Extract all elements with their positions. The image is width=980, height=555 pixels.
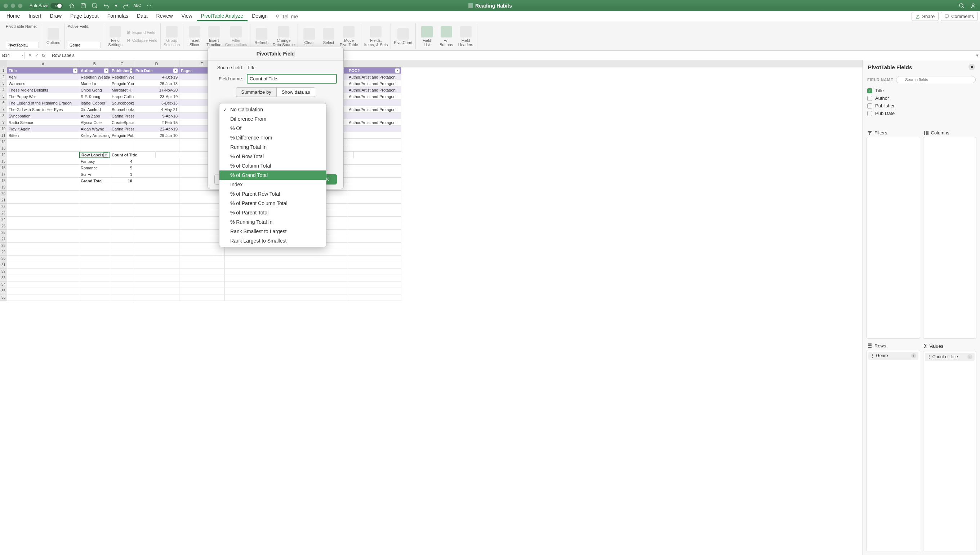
cell[interactable]: [110, 288, 134, 294]
cell[interactable]: [79, 197, 110, 204]
field-checkbox-publisher[interactable]: Publisher: [867, 102, 976, 109]
dropdown-item[interactable]: % Running Total In: [219, 217, 326, 227]
row-header[interactable]: 28: [0, 242, 7, 249]
active-field-input[interactable]: [68, 42, 101, 48]
values-area[interactable]: ΣValues ⋮ Count of Titlei: [923, 342, 977, 552]
row-header[interactable]: 3: [0, 80, 7, 87]
cell[interactable]: [110, 242, 134, 249]
cell[interactable]: Grand Total: [79, 178, 110, 184]
row-header[interactable]: 35: [0, 288, 7, 294]
cell[interactable]: 29-Jun-10: [134, 132, 179, 139]
cell[interactable]: [347, 171, 401, 178]
cell[interactable]: [347, 158, 401, 165]
row-header[interactable]: 25: [0, 223, 7, 229]
field-headers-button[interactable]: Field Headers: [458, 26, 474, 47]
cell[interactable]: [7, 288, 79, 294]
fx-icon[interactable]: fx: [42, 53, 45, 58]
field-name-input[interactable]: [247, 74, 337, 83]
checkbox-icon[interactable]: [867, 111, 872, 116]
cell[interactable]: [347, 268, 401, 275]
cell[interactable]: [134, 249, 179, 255]
cell[interactable]: [7, 139, 79, 145]
cell[interactable]: [347, 178, 401, 184]
columns-area[interactable]: Columns: [923, 129, 977, 339]
row-header[interactable]: 2: [0, 74, 7, 80]
cell[interactable]: [347, 145, 401, 152]
cell[interactable]: [79, 217, 110, 223]
cell[interactable]: 9-Apr-18: [134, 113, 179, 119]
field-checkbox-pub-date[interactable]: Pub Date: [867, 109, 976, 117]
cell[interactable]: [7, 210, 79, 217]
cell[interactable]: 4-Oct-19: [134, 74, 179, 80]
cell[interactable]: [347, 255, 401, 262]
cell[interactable]: Anna Zabo: [79, 113, 110, 119]
cell[interactable]: [7, 197, 79, 204]
row-header[interactable]: 33: [0, 275, 7, 281]
cell[interactable]: [7, 242, 79, 249]
fields-items-button[interactable]: Fields, Items, & Sets: [364, 26, 388, 47]
cell[interactable]: [225, 294, 347, 301]
cell[interactable]: Sourcebooks: [110, 106, 134, 113]
cell[interactable]: [79, 145, 110, 152]
cell[interactable]: [347, 281, 401, 288]
cell[interactable]: [179, 255, 225, 262]
cell[interactable]: [179, 262, 225, 268]
cell[interactable]: [179, 275, 225, 281]
row-header[interactable]: 18: [0, 178, 7, 184]
cell[interactable]: Xeni: [7, 74, 79, 80]
cell[interactable]: [347, 139, 401, 145]
cell[interactable]: [179, 288, 225, 294]
cell[interactable]: Chloe Gong: [79, 87, 110, 93]
cell[interactable]: Romance: [79, 165, 110, 171]
tab-home[interactable]: Home: [2, 11, 24, 21]
cell[interactable]: [134, 223, 179, 229]
tell-me[interactable]: Tell me: [275, 14, 298, 19]
cell[interactable]: [347, 210, 401, 217]
column-header[interactable]: A: [7, 60, 79, 67]
cell[interactable]: [347, 197, 401, 204]
dropdown-item[interactable]: No Calculation: [219, 105, 326, 114]
cell[interactable]: [7, 268, 79, 275]
row-header[interactable]: 6: [0, 100, 7, 106]
cell[interactable]: The Poppy War: [7, 93, 79, 100]
insert-timeline-button[interactable]: Insert Timeline: [206, 26, 222, 47]
select-all-corner[interactable]: [0, 60, 7, 67]
row-header[interactable]: 9: [0, 119, 7, 126]
cell[interactable]: [134, 184, 179, 191]
cell[interactable]: [110, 229, 134, 236]
dropdown-item[interactable]: % of Column Total: [219, 161, 326, 170]
row-header[interactable]: 32: [0, 268, 7, 275]
cell[interactable]: [225, 275, 347, 281]
cell[interactable]: [225, 262, 347, 268]
cell[interactable]: Publisher: [110, 67, 134, 74]
cell[interactable]: Sci-Fi: [79, 171, 110, 178]
cell[interactable]: [7, 152, 79, 158]
values-pill-count[interactable]: ⋮ Count of Titlei: [925, 353, 975, 361]
row-header[interactable]: 21: [0, 197, 7, 204]
row-header[interactable]: 10: [0, 126, 7, 132]
row-header[interactable]: 8: [0, 113, 7, 119]
cell[interactable]: [134, 217, 179, 223]
dropdown-item[interactable]: % of Parent Row Total: [219, 189, 326, 199]
cell[interactable]: [347, 100, 401, 106]
cell[interactable]: Rebekah Weatherspoon: [79, 74, 110, 80]
cell[interactable]: HarperCollins: [110, 93, 134, 100]
tab-insert[interactable]: Insert: [24, 11, 45, 21]
cell[interactable]: [79, 229, 110, 236]
cell[interactable]: [110, 255, 134, 262]
spellcheck-icon[interactable]: ABC: [134, 3, 141, 9]
cell[interactable]: [79, 236, 110, 242]
row-header[interactable]: 31: [0, 262, 7, 268]
cell[interactable]: [7, 223, 79, 229]
cell[interactable]: Marie Lu: [79, 80, 110, 87]
row-header[interactable]: 30: [0, 255, 7, 262]
cell[interactable]: 3-Dec-13: [134, 100, 179, 106]
cell[interactable]: [347, 236, 401, 242]
cell[interactable]: [79, 262, 110, 268]
move-pivot-button[interactable]: Move PivotTable: [340, 26, 358, 47]
cell[interactable]: [347, 275, 401, 281]
row-header[interactable]: 16: [0, 165, 7, 171]
autosave-toggle[interactable]: AutoSave OFF: [30, 3, 63, 9]
cell[interactable]: [179, 236, 225, 242]
column-header[interactable]: B: [79, 60, 110, 67]
